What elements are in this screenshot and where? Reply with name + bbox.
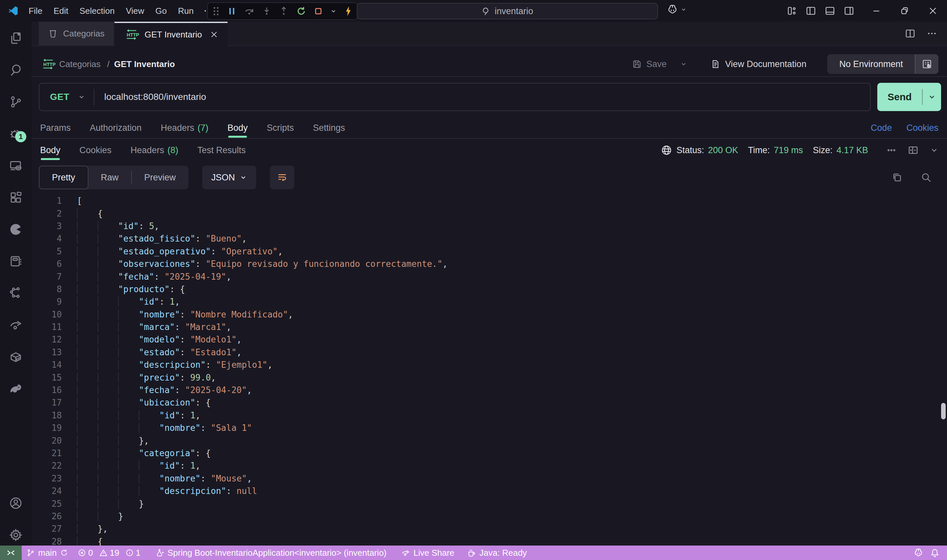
menu-go[interactable]: Go bbox=[150, 3, 172, 19]
toggle-primary-sidebar-icon[interactable] bbox=[805, 6, 816, 16]
size-value[interactable]: 4.17 KB bbox=[836, 145, 868, 155]
tab-headers[interactable]: Headers(7) bbox=[161, 117, 208, 138]
method-select[interactable]: GET bbox=[40, 92, 78, 102]
step-out-icon[interactable] bbox=[279, 6, 289, 16]
code-lines: 1[2 {3 "id": 5,4 "estado_fisico": "Bueno… bbox=[32, 195, 940, 546]
step-into-icon[interactable] bbox=[262, 6, 272, 16]
dependency-graph-icon[interactable] bbox=[9, 286, 23, 300]
response-more-actions-icon[interactable] bbox=[887, 145, 896, 155]
response-body-editor[interactable]: 1[2 {3 "id": 5,4 "estado_fisico": "Bueno… bbox=[32, 195, 940, 546]
customize-layout-icon[interactable] bbox=[787, 6, 797, 16]
tab-categorias[interactable]: Categorias bbox=[39, 22, 114, 45]
tab-scripts[interactable]: Scripts bbox=[267, 117, 294, 138]
url-input[interactable]: localhost:8080/inventario bbox=[94, 92, 206, 102]
branch-status[interactable]: main bbox=[22, 546, 73, 560]
breadcrumb-current[interactable]: GET Inventario bbox=[114, 59, 175, 69]
word-wrap-button[interactable] bbox=[270, 166, 294, 189]
dock-response-icon[interactable] bbox=[907, 145, 919, 156]
globe-icon[interactable] bbox=[661, 144, 673, 156]
stop-icon[interactable] bbox=[314, 6, 323, 16]
response-tab-cookies[interactable]: Cookies bbox=[80, 140, 112, 161]
remote-explorer-icon[interactable] bbox=[9, 158, 23, 173]
menu-view[interactable]: View bbox=[120, 3, 150, 19]
code-line: 28 { bbox=[32, 535, 940, 546]
time-value[interactable]: 719 ms bbox=[774, 145, 803, 155]
container-icon[interactable] bbox=[9, 350, 23, 364]
minimize-icon[interactable] bbox=[862, 0, 890, 22]
send-button[interactable]: Send bbox=[877, 83, 941, 111]
format-select[interactable]: JSON bbox=[202, 166, 256, 189]
editor-more-actions-icon[interactable] bbox=[927, 28, 937, 39]
menu-selection[interactable]: Selection bbox=[74, 3, 120, 19]
code-line: 27 }, bbox=[32, 523, 940, 535]
search-body-icon[interactable] bbox=[920, 172, 932, 183]
cookies-link[interactable]: Cookies bbox=[906, 123, 938, 133]
environment-name[interactable]: No Environment bbox=[827, 54, 915, 74]
http-icon: HTTP bbox=[124, 29, 139, 40]
response-tab-test-results[interactable]: Test Results bbox=[197, 140, 246, 161]
view-documentation-button[interactable]: View Documentation bbox=[711, 59, 806, 69]
code-link[interactable]: Code bbox=[871, 123, 892, 133]
extensions-icon[interactable] bbox=[9, 190, 23, 205]
java-status[interactable]: Java: Ready bbox=[462, 546, 532, 560]
breadcrumb-separator: / bbox=[107, 59, 109, 69]
breadcrumb: HTTP Categorias / GET Inventario Save bbox=[32, 52, 947, 76]
tab-get-inventario[interactable]: HTTP GET Inventario bbox=[114, 22, 228, 46]
pause-icon[interactable] bbox=[227, 6, 237, 16]
tab-close-icon[interactable] bbox=[210, 30, 218, 39]
response-tab-headers[interactable]: Headers(8) bbox=[131, 140, 178, 161]
view-raw[interactable]: Raw bbox=[88, 166, 131, 189]
command-center-search[interactable]: inventario bbox=[357, 3, 658, 19]
board-icon[interactable] bbox=[9, 254, 23, 269]
search-icon bbox=[481, 6, 491, 16]
step-over-icon[interactable] bbox=[244, 6, 254, 17]
split-editor-icon[interactable] bbox=[905, 28, 915, 39]
tab-params[interactable]: Params bbox=[40, 117, 71, 138]
collapse-response-chevron-icon[interactable] bbox=[930, 146, 938, 154]
notifications-bell-icon[interactable] bbox=[928, 546, 942, 560]
hot-reload-icon[interactable] bbox=[344, 6, 353, 17]
tab-body[interactable]: Body bbox=[228, 117, 248, 138]
toggle-panel-icon[interactable] bbox=[825, 6, 835, 16]
status-value[interactable]: 200 OK bbox=[708, 145, 738, 155]
view-preview[interactable]: Preview bbox=[132, 166, 188, 189]
copilot-menu[interactable] bbox=[667, 4, 687, 15]
spring-boot-status[interactable]: Spring Boot-InventarioApplication<invent… bbox=[150, 546, 391, 560]
menu-file[interactable]: File bbox=[23, 3, 48, 19]
tab-settings[interactable]: Settings bbox=[313, 117, 345, 138]
postman-icon[interactable] bbox=[9, 222, 23, 237]
response-tab-body[interactable]: Body bbox=[40, 140, 60, 161]
run-debug-icon[interactable]: 1 bbox=[9, 126, 23, 141]
drag-grip-icon[interactable] bbox=[212, 6, 220, 16]
send-options-chevron-icon[interactable] bbox=[923, 93, 941, 101]
save-chevron-icon[interactable] bbox=[680, 61, 687, 68]
restart-icon[interactable] bbox=[296, 6, 306, 17]
code-line: 10 "nombre": "Nombre Modificado", bbox=[32, 308, 940, 321]
method-chevron-icon[interactable] bbox=[78, 93, 94, 100]
copy-icon[interactable] bbox=[891, 172, 903, 183]
menu-edit[interactable]: Edit bbox=[48, 3, 74, 19]
live-share-sidebar-icon[interactable] bbox=[9, 318, 23, 332]
close-window-icon[interactable] bbox=[919, 0, 947, 22]
remote-indicator[interactable] bbox=[0, 546, 22, 560]
problems-status[interactable]: 0 19 1 bbox=[73, 548, 145, 558]
scrollbar-thumb[interactable] bbox=[941, 403, 946, 419]
account-icon[interactable] bbox=[9, 496, 23, 510]
search-sidebar-icon[interactable] bbox=[9, 63, 23, 77]
tab-authorization[interactable]: Authorization bbox=[90, 117, 142, 138]
source-control-icon[interactable] bbox=[9, 95, 23, 109]
copilot-status-icon[interactable] bbox=[912, 546, 925, 560]
restore-icon[interactable] bbox=[890, 0, 919, 22]
stop-options-chevron-icon[interactable] bbox=[330, 8, 337, 14]
explorer-icon[interactable] bbox=[9, 31, 23, 45]
save-button[interactable]: Save bbox=[632, 59, 687, 69]
view-pretty[interactable]: Pretty bbox=[39, 166, 88, 189]
gradle-icon[interactable] bbox=[9, 382, 23, 396]
toggle-secondary-sidebar-icon[interactable] bbox=[844, 6, 854, 16]
settings-gear-icon[interactable] bbox=[9, 528, 23, 542]
menu-run[interactable]: Run bbox=[172, 3, 199, 19]
environment-quick-look[interactable] bbox=[915, 54, 938, 74]
debug-badge: 1 bbox=[15, 131, 26, 142]
breadcrumb-parent[interactable]: Categorias bbox=[59, 59, 101, 69]
live-share-status[interactable]: Live Share bbox=[397, 546, 459, 560]
